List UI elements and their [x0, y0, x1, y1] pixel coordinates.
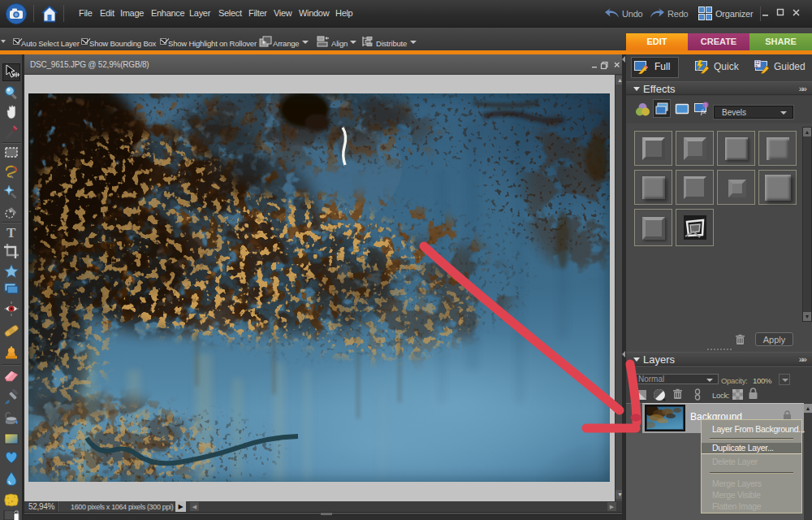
- svg-text:fx: fx: [701, 107, 706, 115]
- svg-text:3: 3: [755, 64, 758, 69]
- svg-text:T: T: [6, 225, 16, 240]
